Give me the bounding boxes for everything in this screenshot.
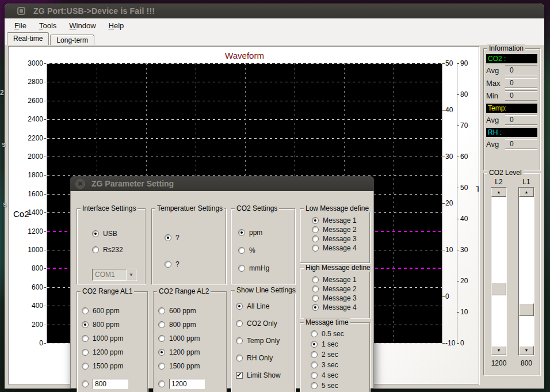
radio-option-1-sec[interactable]: 1 sec [311, 340, 369, 348]
radio-option-message-4[interactable]: Message 4 [312, 303, 369, 311]
chart-title: Waveform [47, 51, 442, 60]
radio-option-message-3[interactable]: Message 3 [312, 294, 369, 302]
custom-value-input[interactable] [93, 379, 128, 389]
radio-option-600-ppm[interactable]: 600 ppm [158, 307, 226, 314]
radio-option-message-2[interactable]: Message 2 [312, 226, 369, 233]
radio-option-message-1[interactable]: Message 1 [312, 276, 369, 283]
radio-option-1000-ppm[interactable]: 1000 ppm [158, 334, 226, 342]
tick-mark [457, 219, 459, 219]
tab-real-time[interactable]: Real-time [7, 32, 49, 45]
radio-option-label: RH Only [247, 354, 273, 362]
radio-option-600-ppm[interactable]: 600 ppm [82, 307, 147, 314]
tick-mark [457, 125, 459, 126]
temp-axis-label-clipped: T [476, 185, 479, 193]
dialog-titlebar[interactable]: ✕ ZG Parameter Setting [70, 176, 374, 191]
radio-option-rh-only[interactable]: RH Only [236, 354, 295, 361]
com-port-combobox[interactable]: COM1▼ [92, 269, 137, 281]
window-menu-icon[interactable] [17, 7, 25, 15]
slider-thumb[interactable] [519, 303, 534, 316]
radio-option-label: Message 3 [323, 294, 357, 302]
radio-option-item[interactable]: ? [165, 260, 226, 268]
tick-mark [44, 268, 46, 269]
radio-option-4-sec[interactable]: 4 sec [311, 371, 369, 379]
slider-down-arrow-icon[interactable]: ▼ [519, 346, 534, 355]
radio-option-1500-ppm[interactable]: 1500 ppm [82, 362, 147, 370]
radio-option-1500-ppm[interactable]: 1500 ppm [158, 362, 226, 370]
radio-option-label: Message 2 [323, 285, 357, 293]
y-rh-tick-50: 50 [460, 184, 468, 192]
groupbox-label: Show Line Settings [235, 286, 297, 294]
radio-option-message-2[interactable]: Message 2 [312, 285, 369, 292]
tick-mark [44, 63, 46, 64]
radio-option-1200-ppm[interactable]: 1200 ppm [82, 348, 147, 356]
radio-option-ppm[interactable]: ppm [238, 229, 295, 236]
radio-button-icon [92, 246, 99, 253]
tab-bar: Real-timeLong-term [5, 32, 544, 45]
menu-item-file[interactable]: File [8, 20, 33, 31]
group-show-line-settings: Show Line SettingsAll LineCO2 OnlyTemp O… [231, 290, 295, 392]
radio-button-icon [238, 265, 245, 272]
y-left-tick-1200: 1200 [18, 227, 43, 235]
parameter-setting-dialog: ✕ ZG Parameter Setting Interface Setting… [70, 176, 374, 389]
radio-option-temp-only[interactable]: Temp Only [236, 337, 295, 344]
tab-long-term[interactable]: Long-term [50, 35, 94, 45]
menu-item-tools[interactable]: Tools [33, 20, 63, 31]
radio-option-item[interactable]: % [238, 246, 295, 254]
slider-up-arrow-icon[interactable]: ▲ [519, 188, 534, 197]
custom-value-input[interactable] [169, 379, 205, 389]
radio-option-label: All Line [247, 302, 269, 310]
y-left-tick-2600: 2600 [18, 97, 43, 105]
radio-option-usb[interactable]: USB [92, 230, 145, 237]
radio-option-mmhg[interactable]: mmHg [238, 264, 295, 272]
y-left-tick-1600: 1600 [18, 190, 43, 198]
radio-option-1200-ppm[interactable]: 1200 ppm [158, 348, 226, 356]
y-left-tick-2200: 2200 [18, 134, 43, 142]
co2-level-panel-title: CO2 Level [487, 169, 524, 177]
radio-option-message-3[interactable]: Message 3 [312, 235, 369, 242]
options: 0.5 sec1 sec2 sec3 sec4 sec5 sec10 sec [300, 323, 369, 392]
radio-option-0-5-sec[interactable]: 0.5 sec [311, 330, 369, 337]
custom-value-option[interactable] [158, 378, 226, 390]
combobox-dropdown-icon[interactable]: ▼ [126, 269, 136, 280]
radio-option-all-line[interactable]: All Line [236, 302, 295, 310]
menu-item-help[interactable]: Help [102, 20, 131, 31]
co2-slider-l1: L1▲▼800 [518, 178, 534, 367]
slider-thumb[interactable] [491, 283, 506, 295]
slider-track[interactable]: ▲▼ [491, 187, 507, 356]
radio-option-message-4[interactable]: Message 4 [312, 244, 369, 252]
window-titlebar[interactable]: ZG Port:USB->Device is Fail !!! [5, 3, 544, 18]
slider-track[interactable]: ▲▼ [518, 187, 534, 356]
radio-button-icon [312, 286, 319, 292]
info-row-label: Min [486, 92, 505, 100]
tick-mark [44, 82, 46, 82]
info-row-label: Max [486, 79, 505, 87]
radio-option-800-ppm[interactable]: 800 ppm [82, 321, 147, 328]
radio-option-item[interactable]: ? [165, 234, 226, 241]
gridline-h-2200 [47, 138, 442, 139]
custom-value-option[interactable] [82, 378, 147, 390]
radio-option-800-ppm[interactable]: 800 ppm [158, 321, 226, 328]
radio-option-label: 1 sec [322, 340, 338, 348]
slider-up-arrow-icon[interactable]: ▲ [491, 188, 506, 197]
radio-option-co2-only[interactable]: CO2 Only [236, 319, 295, 327]
menu-item-window[interactable]: Window [63, 20, 102, 31]
radio-option-5-sec[interactable]: 5 sec [311, 382, 369, 389]
radio-option-label: ? [175, 260, 179, 268]
dialog-close-icon[interactable]: ✕ [75, 179, 85, 189]
radio-option-message-1[interactable]: Message 1 [312, 216, 369, 224]
radio-button-icon [92, 230, 99, 237]
radio-option-rs232[interactable]: Rs232 [92, 246, 145, 253]
gridline-h-2400 [47, 119, 442, 120]
menu-item-accelerator: W [69, 21, 76, 30]
radio-option-3-sec[interactable]: 3 sec [311, 361, 369, 368]
tick-mark [457, 250, 459, 250]
radio-option-1000-ppm[interactable]: 1000 ppm [82, 334, 147, 342]
slider-down-arrow-icon[interactable]: ▼ [491, 346, 506, 355]
radio-option-label: Message 2 [323, 226, 357, 234]
limit-show-option[interactable]: Limit Show [236, 371, 295, 379]
checkbox-label: Limit Show [247, 371, 281, 379]
radio-option-2-sec[interactable]: 2 sec [311, 351, 369, 358]
wallpaper-fragment: 2 [0, 89, 4, 97]
tick-mark [44, 250, 46, 250]
options: All LineCO2 OnlyTemp OnlyRH OnlyLimit Sh… [231, 291, 295, 379]
